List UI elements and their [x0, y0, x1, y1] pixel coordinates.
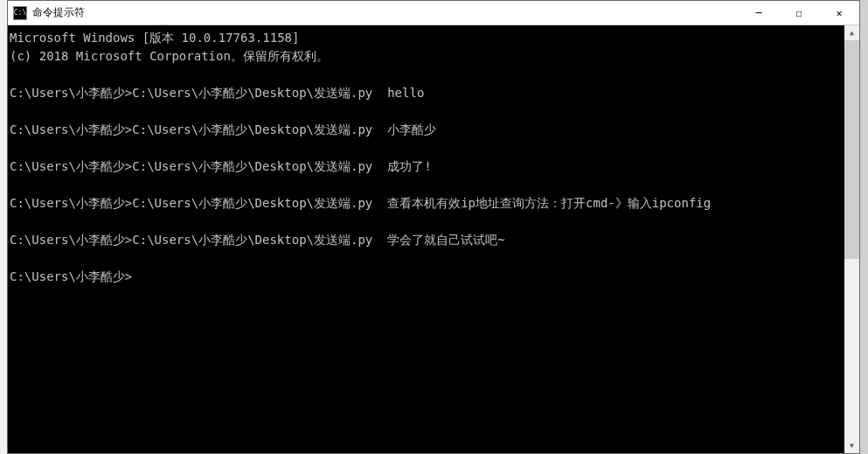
blank-line	[10, 102, 859, 121]
window-title: 命令提示符	[32, 5, 739, 20]
blank-line	[10, 66, 859, 84]
minimize-button[interactable]: ─	[739, 1, 779, 24]
scroll-up-arrow[interactable]: ▲	[844, 25, 859, 40]
blank-line	[10, 176, 859, 194]
command-line: C:\Users\小李酷少>C:\Users\小李酷少\Desktop\发送端.…	[10, 194, 859, 213]
command-line: C:\Users\小李酷少>C:\Users\小李酷少\Desktop\发送端.…	[10, 157, 859, 176]
maximize-button[interactable]: ☐	[779, 1, 819, 24]
cmd-icon: C:\	[13, 6, 27, 20]
blank-line	[10, 213, 859, 231]
left-desktop-edge	[0, 0, 7, 454]
scroll-track[interactable]	[844, 40, 859, 438]
command-line: C:\Users\小李酷少>C:\Users\小李酷少\Desktop\发送端.…	[10, 84, 859, 102]
scroll-down-arrow[interactable]: ▼	[844, 438, 859, 453]
right-desktop-edge	[860, 0, 868, 454]
version-line: Microsoft Windows [版本 10.0.17763.1158]	[10, 29, 859, 47]
window-controls: ─ ☐ ✕	[739, 1, 859, 24]
command-line: C:\Users\小李酷少>C:\Users\小李酷少\Desktop\发送端.…	[10, 121, 859, 139]
cmd-window: C:\ 命令提示符 ─ ☐ ✕ Microsoft Windows [版本 10…	[7, 0, 860, 454]
blank-line	[10, 249, 859, 268]
blank-line	[10, 139, 859, 157]
terminal-body[interactable]: Microsoft Windows [版本 10.0.17763.1158] (…	[8, 25, 859, 453]
copyright-line: (c) 2018 Microsoft Corporation。保留所有权利。	[10, 47, 859, 66]
current-prompt: C:\Users\小李酷少>	[10, 268, 859, 286]
command-line: C:\Users\小李酷少>C:\Users\小李酷少\Desktop\发送端.…	[10, 231, 859, 249]
titlebar[interactable]: C:\ 命令提示符 ─ ☐ ✕	[8, 1, 859, 25]
scroll-thumb[interactable]	[844, 40, 859, 259]
scrollbar[interactable]: ▲ ▼	[844, 25, 859, 453]
close-button[interactable]: ✕	[819, 1, 859, 24]
